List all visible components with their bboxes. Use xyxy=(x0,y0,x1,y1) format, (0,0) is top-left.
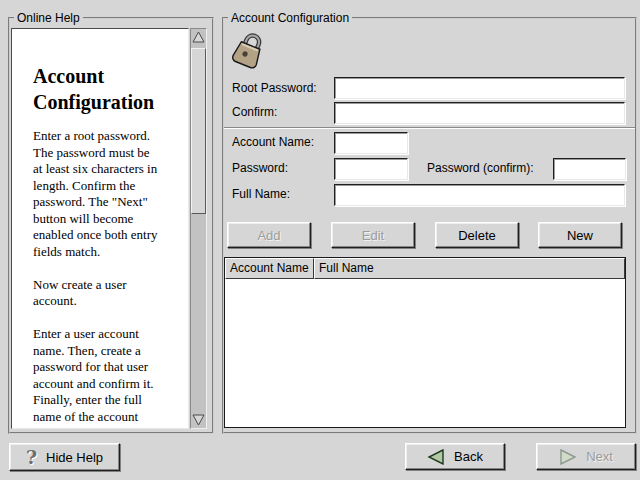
online-help-frame-label: Online Help xyxy=(14,11,83,26)
column-header-account-name[interactable]: Account Name xyxy=(225,258,314,279)
full-name-input[interactable] xyxy=(334,184,625,206)
next-button-label: Next xyxy=(586,449,613,464)
scroll-down-icon xyxy=(192,414,205,426)
column-header-full-name[interactable]: Full Name xyxy=(314,258,625,279)
next-button[interactable]: Next xyxy=(536,443,636,470)
question-mark-icon: ? xyxy=(26,448,37,467)
new-button-label: New xyxy=(567,228,593,243)
help-body-text: Enter a root password. The password must… xyxy=(33,128,182,425)
accounts-table: Account Name Full Name xyxy=(224,257,626,428)
root-password-input[interactable] xyxy=(334,77,625,99)
help-scrollbar[interactable] xyxy=(190,28,207,429)
add-button-label: Add xyxy=(257,228,280,243)
account-configuration-frame-label: Account Configuration xyxy=(228,11,352,26)
add-button[interactable]: Add xyxy=(227,222,311,248)
help-heading: Account Configuration xyxy=(33,63,182,115)
help-content: Account Configuration Enter a root passw… xyxy=(12,29,188,425)
hide-help-button[interactable]: ? Hide Help xyxy=(9,443,120,471)
confirm-label: Confirm: xyxy=(232,105,277,119)
back-button[interactable]: Back xyxy=(405,443,505,470)
account-name-label: Account Name: xyxy=(232,135,314,149)
password-label: Password: xyxy=(232,161,288,175)
back-arrow-icon xyxy=(427,449,445,465)
full-name-label: Full Name: xyxy=(232,187,290,201)
edit-button-label: Edit xyxy=(362,228,384,243)
next-arrow-icon xyxy=(559,449,577,465)
back-button-label: Back xyxy=(454,449,483,464)
hide-help-button-label: Hide Help xyxy=(46,450,103,465)
accounts-table-header: Account Name Full Name xyxy=(225,258,625,279)
password-confirm-input[interactable] xyxy=(553,158,626,180)
accounts-table-body[interactable] xyxy=(225,279,625,427)
account-configuration-frame: Account Configuration Root Password: Con… xyxy=(222,17,637,434)
confirm-password-input[interactable] xyxy=(334,102,625,124)
password-confirm-label: Password (confirm): xyxy=(427,161,534,175)
help-text-viewport: Account Configuration Enter a root passw… xyxy=(11,28,189,429)
new-button[interactable]: New xyxy=(538,222,622,248)
scroll-up-button[interactable] xyxy=(192,30,205,44)
online-help-frame: Online Help Account Configuration Enter … xyxy=(8,17,214,434)
root-password-label: Root Password: xyxy=(232,81,317,95)
scrollbar-thumb[interactable] xyxy=(191,48,206,214)
padlock-icon xyxy=(228,29,268,71)
installer-window: Online Help Account Configuration Enter … xyxy=(0,0,640,480)
scroll-up-icon xyxy=(192,31,205,43)
separator xyxy=(224,127,635,129)
delete-button-label: Delete xyxy=(458,228,496,243)
delete-button[interactable]: Delete xyxy=(435,222,519,248)
account-name-input[interactable] xyxy=(334,132,408,154)
password-input[interactable] xyxy=(334,158,408,180)
edit-button[interactable]: Edit xyxy=(331,222,415,248)
scroll-down-button[interactable] xyxy=(192,413,205,427)
